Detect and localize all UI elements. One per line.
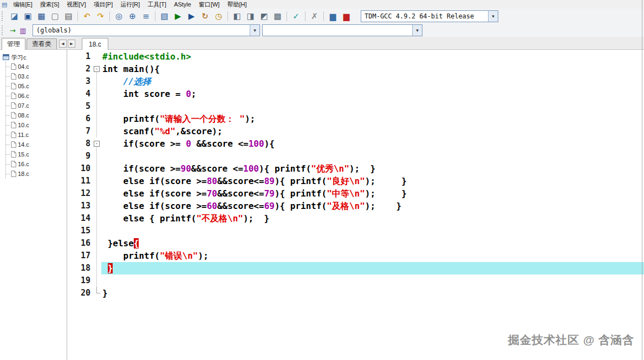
line-number[interactable]: 5 [68, 100, 93, 113]
line-number[interactable]: 15 [68, 225, 93, 237]
tab-scroll-left-button[interactable]: ◀ [59, 40, 67, 48]
window-layout-1-button[interactable]: ◧ [230, 10, 244, 23]
goto-line-button[interactable]: ≡ [139, 10, 153, 23]
compile-button[interactable]: ▧ [158, 10, 171, 23]
project-root-item[interactable]: 学习c [0, 53, 67, 62]
goto-definition-button[interactable]: → [8, 25, 18, 36]
line-number[interactable]: 17 [68, 250, 93, 262]
editor-tab[interactable]: 18.c [82, 38, 108, 50]
code-text[interactable]: scanf("%d",&score); [101, 125, 644, 138]
file-item-18.c[interactable]: 18.c [6, 169, 29, 179]
window-layout-3-button[interactable]: ◩ [257, 10, 271, 23]
code-text[interactable]: int main(){ [101, 63, 644, 75]
line-number[interactable]: 1 [68, 50, 93, 63]
line-number[interactable]: 11 [68, 175, 93, 187]
sidebar-tab-0[interactable]: 管理 [2, 38, 25, 50]
toolbar-grip-2[interactable] [2, 25, 5, 35]
menu-item-8[interactable]: 帮助[H] [223, 0, 250, 9]
code-line-8[interactable]: 8- if(score >= 0 &&score <=100){ [68, 138, 644, 150]
code-line-14[interactable]: 14 else { printf("不及格\n"); } [68, 212, 644, 225]
code-line-20[interactable]: 20} [68, 287, 644, 299]
menu-item-5[interactable]: 工具[T] [144, 0, 170, 9]
profile-clock-button[interactable]: ◷ [212, 10, 225, 23]
toolbar-grip[interactable] [2, 11, 5, 21]
save-button[interactable]: ▣ [21, 10, 35, 23]
line-number[interactable]: 8 [68, 138, 93, 150]
code-text[interactable]: }else{ [101, 237, 644, 250]
code-text[interactable]: } [101, 262, 644, 274]
menu-item-1[interactable]: 搜索[S] [36, 0, 63, 9]
file-item-08.c[interactable]: 08.c [6, 110, 29, 120]
file-item-15.c[interactable]: 15.c [6, 149, 29, 159]
class-browser-button[interactable]: ▥ [18, 25, 28, 36]
line-number[interactable]: 9 [68, 150, 93, 162]
tab-scroll-right-button[interactable]: ▶ [68, 40, 75, 48]
window-layout-2-button[interactable]: ◨ [244, 10, 257, 23]
rebuild-button[interactable]: ↻ [198, 10, 212, 23]
code-line-3[interactable]: 3 //选择 [68, 75, 644, 88]
code-text[interactable]: else if(score >=80&&score<=89){ printf("… [101, 175, 644, 187]
code-line-2[interactable]: 2-int main(){ [68, 63, 644, 75]
delete-profile-button[interactable]: ▆ [340, 10, 353, 23]
find-button[interactable]: ◎ [112, 10, 126, 23]
code-line-18[interactable]: 18 } [68, 262, 644, 274]
code-text[interactable]: printf("错误\n"); [101, 250, 644, 262]
file-item-10.c[interactable]: 10.c [6, 120, 29, 130]
code-line-16[interactable]: 16 }else{ [68, 237, 644, 250]
code-text[interactable]: if(score >=90&&score <=100){ printf("优秀\… [101, 162, 644, 175]
line-number[interactable]: 10 [68, 162, 93, 175]
print-button[interactable]: ▤ [62, 10, 75, 23]
redo-button[interactable]: ↷ [94, 10, 107, 23]
collapse-icon[interactable]: - [94, 141, 100, 147]
code-text[interactable] [101, 274, 644, 287]
line-number[interactable]: 16 [68, 237, 93, 250]
code-text[interactable]: if(score >= 0 &&score <=100){ [101, 138, 644, 150]
line-number[interactable]: 20 [68, 287, 93, 299]
code-line-10[interactable]: 10 if(score >=90&&score <=100){ printf("… [68, 162, 644, 175]
code-line-19[interactable]: 19 [68, 274, 644, 287]
code-text[interactable] [101, 150, 644, 162]
profile-chart-button[interactable]: ▆ [326, 10, 340, 23]
code-text[interactable] [101, 225, 644, 237]
undo-button[interactable]: ↶ [80, 10, 94, 23]
code-line-12[interactable]: 12 else if(score >=70&&score<=79){ print… [68, 187, 644, 200]
code-line-9[interactable]: 9 [68, 150, 644, 162]
code-text[interactable]: printf("请输入一个分数： "); [101, 113, 644, 125]
menu-item-7[interactable]: 窗口[W] [195, 0, 224, 9]
globals-select[interactable]: (globals) ▾ [32, 24, 260, 36]
code-text[interactable]: else if(score >=60&&score<=69){ printf("… [101, 200, 644, 212]
code-text[interactable]: int score = 0; [101, 88, 644, 100]
code-line-13[interactable]: 13 else if(score >=60&&score<=69){ print… [68, 200, 644, 212]
replace-button[interactable]: ⊕ [126, 10, 139, 23]
line-number[interactable]: 7 [68, 125, 93, 138]
code-line-4[interactable]: 4 int score = 0; [68, 88, 644, 100]
menu-item-2[interactable]: 视图[V] [63, 0, 89, 9]
line-number[interactable]: 14 [68, 212, 93, 225]
collapse-icon[interactable]: - [94, 66, 100, 72]
code-line-6[interactable]: 6 printf("请输入一个分数： "); [68, 113, 644, 125]
menu-item-0[interactable]: 编辑[E] [9, 0, 36, 9]
line-number[interactable]: 18 [68, 262, 93, 274]
line-number[interactable]: 13 [68, 200, 93, 212]
line-number[interactable]: 2 [68, 63, 93, 75]
code-line-7[interactable]: 7 scanf("%d",&score); [68, 125, 644, 138]
code-editor[interactable]: 1#include<stdio.h>2-int main(){3 //选择4 i… [68, 50, 644, 360]
close-file-button[interactable]: ▢ [48, 10, 62, 23]
file-item-03.c[interactable]: 03.c [6, 71, 29, 81]
sidebar-tab-1[interactable]: 查看类 [27, 38, 57, 49]
fold-toggle-icon[interactable]: - [93, 63, 101, 75]
compile-run-button[interactable]: ▶ [185, 10, 198, 23]
code-line-15[interactable]: 15 [68, 225, 644, 237]
line-number[interactable]: 19 [68, 274, 93, 287]
syntax-check-button[interactable]: ✓ [289, 10, 303, 23]
code-text[interactable] [101, 100, 644, 113]
menu-item-4[interactable]: 运行[R] [116, 0, 144, 9]
run-button[interactable]: ▶ [171, 10, 185, 23]
code-text[interactable]: else { printf("不及格\n"); } [101, 212, 644, 225]
file-item-07.c[interactable]: 07.c [6, 101, 29, 110]
code-line-11[interactable]: 11 else if(score >=80&&score<=89){ print… [68, 175, 644, 187]
code-text[interactable]: } [101, 287, 644, 299]
compiler-select[interactable]: TDM-GCC 4.9.2 64-bit Release ▾ [361, 10, 498, 22]
save-all-button[interactable]: ▦ [35, 10, 48, 23]
code-line-5[interactable]: 5 [68, 100, 644, 113]
